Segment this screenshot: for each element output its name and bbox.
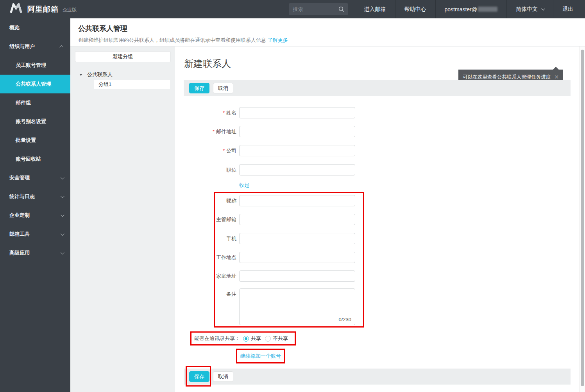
field-label: 工作地点	[175, 252, 236, 263]
tree-node-group1[interactable]: 分组1	[94, 80, 170, 89]
add-another-account-link[interactable]: 继续添加一个账号	[240, 353, 281, 359]
form-row-manager-email: 主管邮箱	[175, 214, 355, 225]
chevron-down-icon	[61, 213, 64, 217]
required-marker: *	[223, 110, 225, 116]
field-label-text: 昵称	[226, 198, 236, 204]
collapse-link[interactable]: 收起	[239, 182, 249, 189]
share-setting-row: 能否在通讯录共享： 共享 不共享	[190, 331, 296, 345]
mobile-input[interactable]	[239, 233, 355, 244]
account-menu[interactable]: postmaster@	[435, 0, 506, 18]
sidebar-item-batch-settings[interactable]: 批量设置	[0, 131, 70, 150]
sidebar-group-label: 邮箱工具	[9, 231, 30, 237]
brand-logo: 阿里邮箱 企业版	[0, 3, 77, 15]
share-label: 能否在通讯录共享：	[194, 335, 240, 342]
contact-group-panel: 新建分组 公共联系人 分组1	[70, 47, 175, 392]
form-row-nickname: 昵称	[175, 195, 355, 206]
tree-expand-icon[interactable]	[79, 74, 82, 76]
annotation-box-add-link: 继续添加一个账号	[236, 349, 285, 363]
sidebar-group-enterprise-custom[interactable]: 企业定制	[0, 206, 70, 225]
form-title: 新建联系人	[184, 57, 231, 70]
required-marker: *	[223, 148, 225, 154]
sidebar-item-account-alias[interactable]: 账号别名设置	[0, 112, 70, 131]
sidebar-group-stats-logs[interactable]: 统计与日志	[0, 187, 70, 206]
field-label: 备注	[175, 288, 236, 325]
save-button-bottom[interactable]: 保存	[189, 371, 209, 382]
sidebar-group-org-users[interactable]: 组织与用户	[0, 37, 70, 56]
field-label-text: 家庭地址	[216, 273, 236, 279]
scrollbar-thumb[interactable]	[581, 50, 584, 386]
field-label-text: 职位	[226, 167, 236, 173]
vertical-scrollbar[interactable]	[580, 47, 585, 392]
field-label: *姓名	[175, 107, 236, 118]
sidebar-item-overview[interactable]: 概览	[0, 18, 70, 37]
sidebar-group-label: 安全管理	[9, 175, 30, 181]
search-icon[interactable]	[338, 6, 345, 14]
sidebar-group-advanced-apps[interactable]: 高级应用	[0, 243, 70, 262]
work-address-input[interactable]	[239, 252, 355, 263]
sidebar-group-label: 组织与用户	[9, 43, 35, 49]
form-row-name: *姓名	[175, 107, 355, 118]
new-group-button[interactable]: 新建分组	[75, 51, 171, 62]
form-row-work-address: 工作地点	[175, 252, 355, 263]
account-email-redacted	[478, 7, 497, 12]
language-selector[interactable]: 简体中文	[506, 0, 553, 18]
tooltip-text: 可以在这里查看公共联系人管理任务进度	[463, 74, 551, 81]
topbar-search	[289, 3, 348, 15]
field-label: 手机	[175, 233, 236, 244]
field-label-text: 手机	[226, 236, 236, 242]
sidebar-group-label: 企业定制	[9, 212, 30, 218]
tooltip-arrow	[553, 67, 559, 73]
sidebar-group-mailbox-tools[interactable]: 邮箱工具	[0, 225, 70, 243]
sidebar-item-account-recycle[interactable]: 账号回收站	[0, 150, 70, 168]
chevron-down-icon	[61, 175, 64, 179]
position-input[interactable]	[239, 164, 355, 175]
form-row-home-address: 家庭地址	[175, 270, 355, 282]
form-row-mobile: 手机	[175, 233, 355, 244]
sidebar: 概览 组织与用户 员工账号管理 公共联系人管理 邮件组 账号别名设置 批量设置 …	[0, 18, 70, 392]
name-input[interactable]	[239, 107, 355, 118]
brand-name: 阿里邮箱	[27, 4, 59, 14]
app-window: 阿里邮箱 企业版 进入邮箱 帮助中心 postmaster@ 简体中文 退出 概…	[0, 0, 585, 392]
share-option-label[interactable]: 共享	[251, 335, 261, 342]
sidebar-group-label: 统计与日志	[9, 193, 35, 199]
field-label: 主管邮箱	[175, 214, 236, 225]
form-row-position: 职位	[175, 164, 355, 175]
manager-email-input[interactable]	[239, 214, 355, 225]
field-label: *公司	[175, 145, 236, 156]
share-option-label[interactable]: 不共享	[273, 335, 288, 342]
company-input[interactable]	[239, 145, 355, 156]
enter-mailbox-button[interactable]: 进入邮箱	[355, 0, 395, 18]
radio-unselected-icon[interactable]	[265, 336, 271, 342]
nickname-input[interactable]	[239, 195, 355, 206]
close-icon[interactable]: ✕	[554, 74, 559, 80]
form-row-email: *邮件地址	[175, 126, 355, 137]
field-label-text: 备注	[226, 291, 236, 297]
home-address-input[interactable]	[239, 270, 355, 282]
learn-more-link[interactable]: 了解更多	[268, 37, 288, 43]
tree-node-public-contacts[interactable]: 公共联系人	[79, 71, 175, 78]
page-title: 公共联系人管理	[78, 24, 585, 33]
field-label-text: 邮件地址	[216, 129, 236, 134]
form-row-company: *公司	[175, 145, 355, 156]
logout-button[interactable]: 退出	[553, 0, 585, 18]
save-button[interactable]: 保存	[189, 83, 209, 93]
help-center-button[interactable]: 帮助中心	[395, 0, 435, 18]
field-label-text: 工作地点	[216, 254, 236, 260]
cancel-button[interactable]: 取消	[213, 83, 233, 93]
new-contact-form-panel: 新建联系人 可以在这里查看公共联系人管理任务进度 ✕ 保存 取消 *姓名	[175, 47, 580, 392]
chevron-down-icon	[61, 194, 64, 198]
sidebar-item-public-contacts[interactable]: 公共联系人管理	[0, 75, 70, 93]
field-label: 家庭地址	[175, 270, 236, 282]
form-row-remark: 备注 0/230	[175, 288, 355, 325]
radio-selected-icon[interactable]	[243, 336, 249, 342]
email-input[interactable]	[239, 126, 355, 137]
remark-textarea[interactable]	[239, 288, 355, 325]
sidebar-group-security[interactable]: 安全管理	[0, 168, 70, 187]
sidebar-item-mail-groups[interactable]: 邮件组	[0, 93, 70, 112]
page-description-text: 创建和维护组织常用的公共联系人，组织成员将能在通讯录中查看和使用联系人信息	[78, 37, 266, 43]
sidebar-item-employee-accounts[interactable]: 员工账号管理	[0, 56, 70, 75]
language-label: 简体中文	[516, 6, 538, 13]
sidebar-group-label: 高级应用	[9, 250, 30, 256]
page-header: 公共联系人管理 创建和维护组织常用的公共联系人，组织成员将能在通讯录中查看和使用…	[70, 18, 585, 47]
cancel-button-bottom[interactable]: 取消	[213, 371, 233, 382]
